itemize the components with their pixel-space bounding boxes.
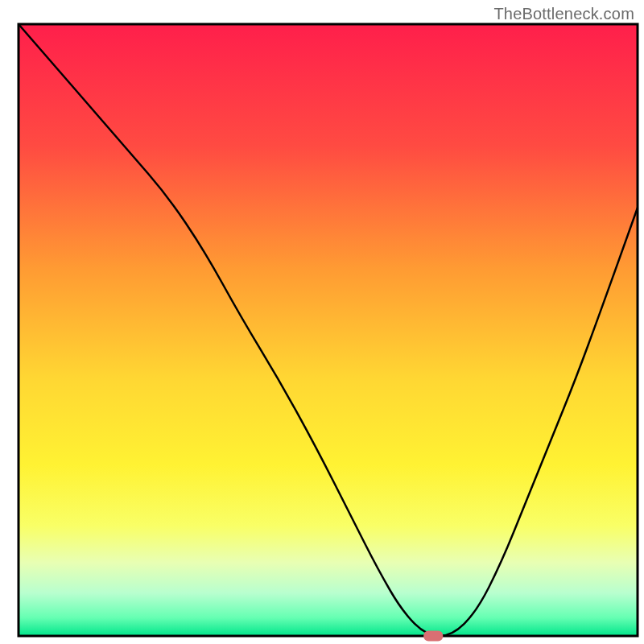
optimal-marker xyxy=(423,631,443,642)
bottleneck-chart xyxy=(0,0,644,644)
watermark-text: TheBottleneck.com xyxy=(493,5,634,23)
plot-background xyxy=(19,24,638,636)
chart-container: TheBottleneck.com xyxy=(0,0,644,644)
